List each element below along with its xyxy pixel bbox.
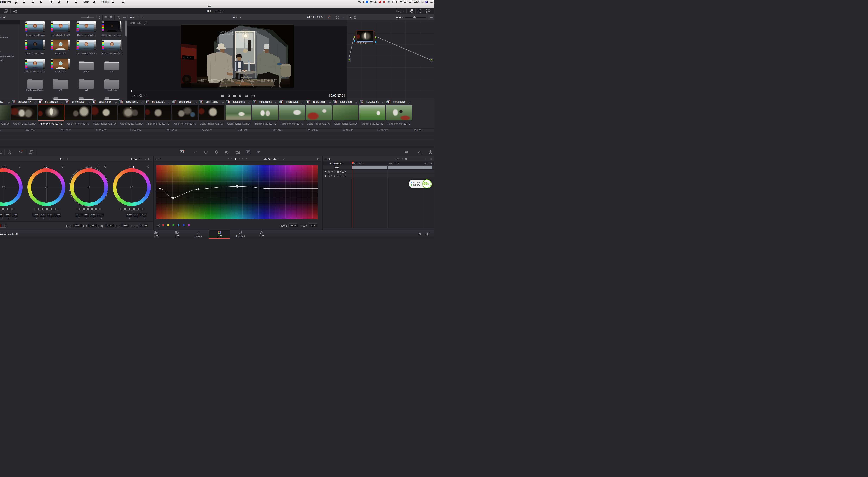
svg-text:fx: fx xyxy=(419,10,421,12)
svg-text:▱ ▱ ▱: ▱ ▱ ▱ xyxy=(183,56,190,59)
